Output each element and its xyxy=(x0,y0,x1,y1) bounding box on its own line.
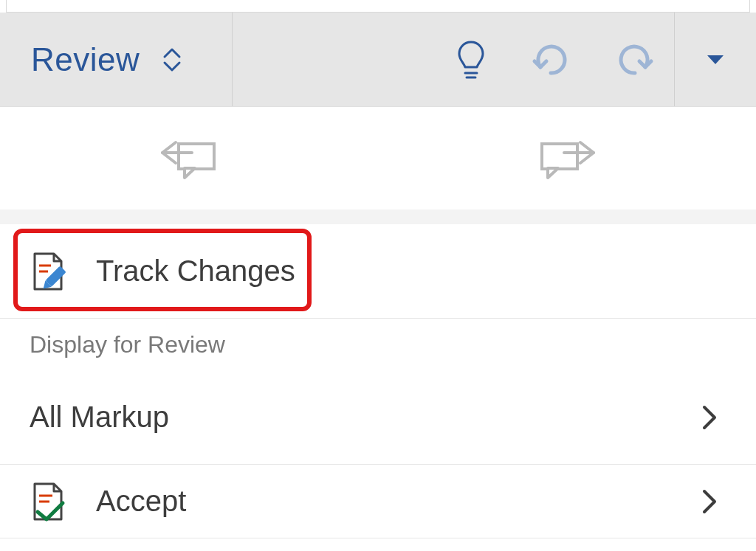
undo-icon xyxy=(532,42,573,77)
display-for-review-header: Display for Review xyxy=(0,319,756,370)
track-changes-label: Track Changes xyxy=(96,254,295,288)
ribbon-toolbar: Review xyxy=(0,13,756,106)
ribbon-tab-label: Review xyxy=(31,41,140,78)
chevron-down-icon xyxy=(162,60,182,73)
markup-mode-label: All Markup xyxy=(30,401,169,434)
previous-comment-icon xyxy=(159,135,219,182)
redo-icon xyxy=(613,42,654,77)
track-changes-icon xyxy=(30,251,71,292)
toolbar-overflow-button[interactable] xyxy=(675,13,756,106)
dropdown-icon xyxy=(706,54,725,66)
next-comment-icon xyxy=(537,135,597,182)
svg-rect-6 xyxy=(542,144,577,169)
lightbulb-icon xyxy=(456,39,486,80)
svg-marker-7 xyxy=(548,168,558,178)
accept-label: Accept xyxy=(96,485,186,518)
next-comment-button[interactable] xyxy=(537,135,597,182)
svg-marker-2 xyxy=(707,55,724,64)
chevron-up-icon xyxy=(162,46,182,60)
accept-icon xyxy=(30,481,71,522)
markup-mode-row[interactable]: All Markup xyxy=(0,370,756,465)
chevron-right-icon xyxy=(700,404,718,431)
track-changes-row[interactable]: Track Changes xyxy=(0,224,756,319)
tell-me-button[interactable] xyxy=(430,13,512,106)
chevron-right-icon xyxy=(700,488,718,515)
toolbar-right xyxy=(233,13,756,106)
ribbon-tab-selector[interactable]: Review xyxy=(0,13,233,106)
undo-button[interactable] xyxy=(512,13,593,106)
ribbon-tab-chevrons xyxy=(162,46,182,73)
accept-row[interactable]: Accept xyxy=(0,465,756,538)
comment-navigation-row xyxy=(0,106,756,209)
document-edge xyxy=(6,0,750,13)
previous-comment-button[interactable] xyxy=(159,135,219,182)
svg-marker-4 xyxy=(185,168,195,178)
redo-button[interactable] xyxy=(593,13,674,106)
section-gap xyxy=(0,209,756,224)
display-for-review-label: Display for Review xyxy=(30,331,225,358)
svg-rect-3 xyxy=(179,144,214,169)
